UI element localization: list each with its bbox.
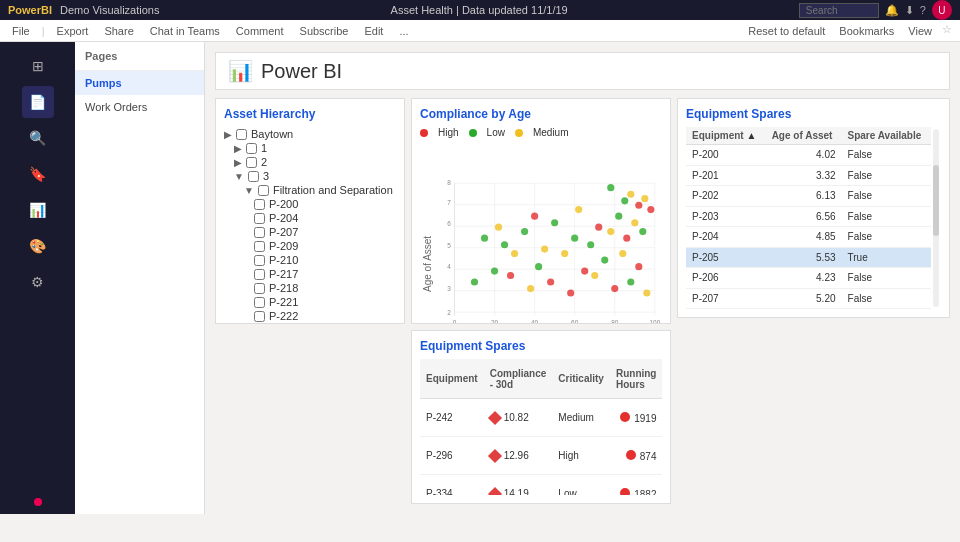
cell-criticality: Low	[552, 475, 610, 496]
scatter-dot	[595, 224, 602, 231]
cell-spare: False	[842, 268, 931, 289]
scatter-dot	[643, 289, 650, 296]
scatter-dot	[619, 250, 626, 257]
notification-icon[interactable]: 🔔	[885, 4, 899, 17]
scatter-dot	[607, 228, 614, 235]
sidebar-icon-home[interactable]: ⊞	[22, 50, 54, 82]
comment-button[interactable]: Comment	[232, 23, 288, 39]
view-button[interactable]: View	[904, 23, 936, 39]
tree-checkbox[interactable]	[246, 143, 257, 154]
scrollbar-thumb[interactable]	[933, 165, 939, 236]
share-button[interactable]: Share	[100, 23, 137, 39]
tree-item[interactable]: ▼ 3	[224, 169, 396, 183]
tree-checkbox[interactable]	[248, 171, 259, 182]
tree-checkbox[interactable]	[254, 283, 265, 294]
tree-checkbox[interactable]	[254, 255, 265, 266]
tree-checkbox[interactable]	[246, 157, 257, 168]
page-item-pumps[interactable]: Pumps	[75, 71, 204, 95]
tree-toggle[interactable]: ▼	[244, 185, 254, 196]
export-button[interactable]: Export	[53, 23, 93, 39]
table-row[interactable]: P-201 3.32 False	[686, 165, 931, 186]
svg-text:60: 60	[571, 319, 579, 324]
sidebar-icon-analytics[interactable]: 📊	[22, 194, 54, 226]
scatter-dot	[541, 246, 548, 253]
tree-item[interactable]: P-210	[224, 253, 396, 267]
tree-item[interactable]: ▶ 1	[224, 141, 396, 155]
compliance-svg: 2 3 4 5 6 7 8 0 20 40 60 80	[433, 142, 662, 324]
table-row[interactable]: P-334 14.19 Low 1882 BYTN/01/FS Wednesda…	[420, 475, 662, 496]
bookmarks-button[interactable]: Bookmarks	[835, 23, 898, 39]
scatter-dot	[491, 267, 498, 274]
sidebar-icon-bookmark[interactable]: 🔖	[22, 158, 54, 190]
edit-button[interactable]: Edit	[360, 23, 387, 39]
table-row[interactable]: P-205 5.53 True	[686, 247, 931, 268]
tree-checkbox[interactable]	[254, 213, 265, 224]
cell-equipment: P-242	[420, 399, 484, 437]
cell-equipment: P-296	[420, 437, 484, 475]
tree-checkbox[interactable]	[254, 199, 265, 210]
pages-panel: Pages Pumps Work Orders	[75, 42, 205, 514]
tree-checkbox[interactable]	[254, 269, 265, 280]
sidebar-icon-filter[interactable]: 🔍	[22, 122, 54, 154]
col-equipment: Equipment ▲	[686, 127, 766, 145]
tree-item[interactable]: P-222	[224, 309, 396, 323]
tree-toggle[interactable]: ▶	[234, 143, 242, 154]
tree-item[interactable]: ▶ Baytown	[224, 127, 396, 141]
table-row[interactable]: P-296 12.96 High 874 BYTN/03/FS Wednesda…	[420, 437, 662, 475]
svg-text:8: 8	[447, 179, 451, 186]
table-row[interactable]: P-203 6.56 False	[686, 206, 931, 227]
tree-item[interactable]: P-207	[224, 225, 396, 239]
user-avatar[interactable]: U	[932, 0, 952, 20]
scatter-dot	[631, 219, 638, 226]
tree-checkbox[interactable]	[258, 185, 269, 196]
tree-item[interactable]: ▶ 2	[224, 155, 396, 169]
scatter-dot	[561, 250, 568, 257]
scatter-dot	[571, 235, 578, 242]
tree-checkbox[interactable]	[254, 297, 265, 308]
table-row[interactable]: P-202 6.13 False	[686, 186, 931, 207]
table-row[interactable]: P-206 4.23 False	[686, 268, 931, 289]
svg-text:40: 40	[531, 319, 539, 324]
tree-checkbox[interactable]	[254, 241, 265, 252]
tree-checkbox[interactable]	[236, 129, 247, 140]
table-row[interactable]: P-242 10.82 Medium 1919 BYTN/01/FS Satur…	[420, 399, 662, 437]
tree-toggle[interactable]: ▶	[234, 157, 242, 168]
tree-item-filtration[interactable]: ▼ Filtration and Separation	[224, 183, 396, 197]
tree-checkbox[interactable]	[254, 227, 265, 238]
scatter-dot	[551, 219, 558, 226]
table-row[interactable]: P-200 4.02 False	[686, 145, 931, 166]
tree-item[interactable]: P-217	[224, 267, 396, 281]
tree-toggle[interactable]: ▶	[224, 129, 232, 140]
cell-spare: False	[842, 206, 931, 227]
tree-item[interactable]: P-218	[224, 281, 396, 295]
help-icon[interactable]: ?	[920, 4, 926, 16]
sidebar-icon-format[interactable]: 🎨	[22, 230, 54, 262]
download-icon[interactable]: ⬇	[905, 4, 914, 17]
cell-equipment: P-334	[420, 475, 484, 496]
sidebar-icon-pages[interactable]: 📄	[22, 86, 54, 118]
chat-button[interactable]: Chat in Teams	[146, 23, 224, 39]
scatter-dot	[495, 224, 502, 231]
tree-item[interactable]: P-221	[224, 295, 396, 309]
file-button[interactable]: File	[8, 23, 34, 39]
subscribe-button[interactable]: Subscribe	[296, 23, 353, 39]
more-button[interactable]: ...	[395, 23, 412, 39]
tree-item[interactable]: P-200	[224, 197, 396, 211]
tree-toggle[interactable]: ▼	[234, 171, 244, 182]
tree-checkbox[interactable]	[254, 311, 265, 322]
table-row[interactable]: P-207 5.20 False	[686, 288, 931, 309]
scatter-dot	[615, 213, 622, 220]
page-item-workorders[interactable]: Work Orders	[75, 95, 204, 119]
reset-button[interactable]: Reset to default	[744, 23, 829, 39]
scrollbar-track[interactable]	[933, 129, 939, 307]
tree-item[interactable]: P-227	[224, 323, 396, 324]
tree-label: P-209	[269, 240, 298, 252]
pbi-logo-icon: 📊	[228, 59, 253, 83]
tree-item[interactable]: P-209	[224, 239, 396, 253]
table-row[interactable]: P-204 4.85 False	[686, 227, 931, 248]
tree-item[interactable]: P-204	[224, 211, 396, 225]
star-icon[interactable]: ☆	[942, 23, 952, 39]
search-input[interactable]	[799, 3, 879, 18]
tree-label: P-210	[269, 254, 298, 266]
sidebar-icon-settings[interactable]: ⚙	[22, 266, 54, 298]
